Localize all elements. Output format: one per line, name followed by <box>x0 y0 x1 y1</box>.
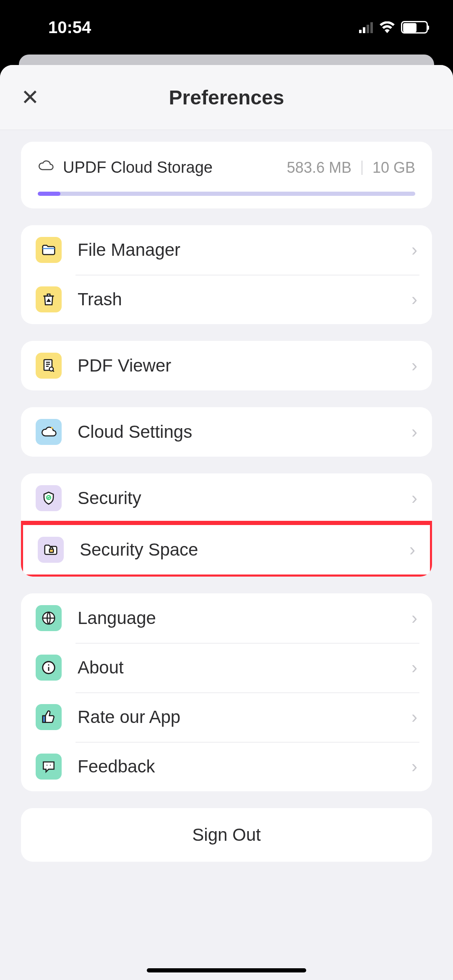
sign-out-button[interactable]: Sign Out <box>21 808 432 862</box>
row-language[interactable]: Language› <box>21 593 432 643</box>
status-bar: 10:54 <box>0 0 453 55</box>
trash-icon <box>36 286 62 312</box>
info-icon <box>36 655 62 681</box>
chevron-right-icon: › <box>411 422 417 442</box>
sheet-header: ✕ Preferences <box>0 65 453 130</box>
row-cloud-settings[interactable]: Cloud Settings› <box>21 407 432 457</box>
chevron-right-icon: › <box>411 356 417 376</box>
row-label: About <box>78 658 411 678</box>
svg-rect-1 <box>363 27 365 33</box>
thumbs-up-icon <box>36 704 62 730</box>
row-file-manager[interactable]: File Manager› <box>21 225 432 275</box>
content-scroll[interactable]: UPDF Cloud Storage 583.6 MB 10 GB File M… <box>0 130 453 895</box>
row-label: Cloud Settings <box>78 422 411 442</box>
row-label: Security <box>78 488 411 508</box>
svg-rect-3 <box>370 22 373 33</box>
sign-out-label: Sign Out <box>192 825 260 845</box>
chevron-right-icon: › <box>411 608 417 628</box>
shield-check-icon <box>36 485 62 511</box>
battery-icon <box>401 21 428 34</box>
row-feedback[interactable]: Feedback› <box>21 742 432 791</box>
svg-point-11 <box>48 664 49 665</box>
chevron-right-icon: › <box>411 658 417 678</box>
folder-icon <box>36 237 62 263</box>
row-security-space[interactable]: Security Space› <box>23 525 430 574</box>
row-label: File Manager <box>78 240 411 260</box>
chevron-right-icon: › <box>409 540 415 560</box>
chevron-right-icon: › <box>411 240 417 260</box>
chevron-right-icon: › <box>411 488 417 508</box>
row-label: Language <box>78 608 411 628</box>
settings-group: Language›About›Rate our App›Feedback› <box>21 593 432 791</box>
svg-rect-2 <box>367 25 369 33</box>
storage-total: 10 GB <box>372 159 415 177</box>
document-search-icon <box>36 353 62 379</box>
settings-group: Cloud Settings› <box>21 407 432 457</box>
status-right <box>359 18 428 37</box>
chevron-right-icon: › <box>411 756 417 777</box>
globe-icon <box>36 605 62 631</box>
row-security[interactable]: Security› <box>21 473 432 523</box>
settings-group: File Manager›Trash› <box>21 225 432 324</box>
status-time: 10:54 <box>48 18 91 37</box>
svg-rect-8 <box>49 549 54 552</box>
storage-used: 583.6 MB <box>287 159 351 177</box>
settings-group: Security›Security Space› <box>21 473 432 577</box>
svg-rect-12 <box>43 716 45 723</box>
svg-point-6 <box>51 427 53 429</box>
chevron-right-icon: › <box>411 707 417 727</box>
row-label: Trash <box>78 289 411 309</box>
folder-lock-icon <box>38 537 64 563</box>
cloud-icon <box>36 419 62 445</box>
svg-rect-0 <box>359 30 362 33</box>
chat-icon <box>36 754 62 780</box>
cellular-icon <box>359 18 373 37</box>
settings-group: PDF Viewer› <box>21 341 432 390</box>
storage-progress-fill <box>38 192 60 196</box>
divider <box>362 161 362 175</box>
home-indicator[interactable] <box>147 968 306 972</box>
row-rate[interactable]: Rate our App› <box>21 692 432 742</box>
row-label: Feedback <box>78 756 411 777</box>
storage-card[interactable]: UPDF Cloud Storage 583.6 MB 10 GB <box>21 142 432 208</box>
row-trash[interactable]: Trash› <box>21 275 432 324</box>
row-label: PDF Viewer <box>78 356 411 376</box>
cloud-outline-icon <box>38 158 54 177</box>
row-about[interactable]: About› <box>21 643 432 692</box>
preferences-sheet: ✕ Preferences UPDF Cloud Storage 583.6 M… <box>0 65 453 980</box>
close-icon[interactable]: ✕ <box>21 86 39 108</box>
row-label: Security Space <box>80 540 409 560</box>
page-title: Preferences <box>0 86 453 109</box>
row-pdf-viewer[interactable]: PDF Viewer› <box>21 341 432 390</box>
storage-label: UPDF Cloud Storage <box>63 159 213 177</box>
storage-progress <box>38 192 415 196</box>
row-label: Rate our App <box>78 707 411 727</box>
wifi-icon <box>379 18 395 37</box>
highlight-annotation: Security Space› <box>21 521 432 577</box>
chevron-right-icon: › <box>411 289 417 309</box>
